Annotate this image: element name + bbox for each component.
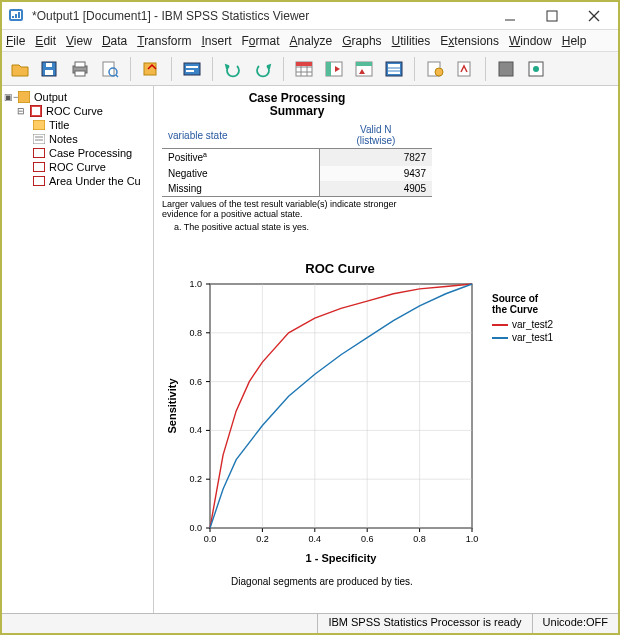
col-header: variable state xyxy=(162,122,320,149)
collapse-icon[interactable]: ▣− xyxy=(4,92,14,102)
tree-label: ROC Curve xyxy=(49,161,106,173)
tree-group[interactable]: ⊟ ROC Curve xyxy=(4,104,151,118)
menu-view[interactable]: View xyxy=(66,34,92,48)
svg-text:0.0: 0.0 xyxy=(189,523,202,533)
title-icon xyxy=(32,119,46,131)
svg-rect-45 xyxy=(33,120,45,130)
toolbar-divider xyxy=(130,57,131,81)
toolbar-divider xyxy=(485,57,486,81)
svg-rect-54 xyxy=(34,177,44,185)
svg-rect-27 xyxy=(296,62,312,66)
table-row: Missing4905 xyxy=(162,181,432,197)
svg-rect-2 xyxy=(12,16,14,18)
designate-window-icon[interactable] xyxy=(522,55,550,83)
menu-help[interactable]: Help xyxy=(562,34,587,48)
menu-transform[interactable]: Transform xyxy=(137,34,191,48)
goto-case-icon[interactable] xyxy=(320,55,348,83)
tree-label: Notes xyxy=(49,133,78,145)
tree-item-title[interactable]: Title xyxy=(4,118,151,132)
print-preview-icon[interactable] xyxy=(96,55,124,83)
svg-rect-42 xyxy=(18,91,30,103)
svg-rect-38 xyxy=(458,62,470,76)
svg-text:1.0: 1.0 xyxy=(189,279,202,289)
tree-item-roc[interactable]: ROC Curve xyxy=(4,160,151,174)
notes-icon xyxy=(32,133,46,145)
print-icon[interactable] xyxy=(66,55,94,83)
menu-utilities[interactable]: Utilities xyxy=(392,34,431,48)
legend-title: Source ofthe Curve xyxy=(492,293,553,315)
menubar: File Edit View Data Transform Insert For… xyxy=(2,30,618,52)
stop-icon[interactable] xyxy=(492,55,520,83)
select-last-icon[interactable] xyxy=(421,55,449,83)
collapse-icon[interactable]: ⊟ xyxy=(16,106,26,116)
menu-insert[interactable]: Insert xyxy=(201,34,231,48)
svg-text:0.2: 0.2 xyxy=(256,534,269,544)
menu-format[interactable]: Format xyxy=(242,34,280,48)
chart-footnote: Diagonal segments are produced by ties. xyxy=(162,576,482,587)
toolbar xyxy=(2,52,618,86)
cps-caption: Larger values of the test result variabl… xyxy=(162,200,432,220)
variables-icon[interactable] xyxy=(380,55,408,83)
menu-edit[interactable]: Edit xyxy=(35,34,56,48)
undo-icon[interactable] xyxy=(219,55,247,83)
save-icon[interactable] xyxy=(36,55,64,83)
content-pane[interactable]: Case ProcessingSummary variable state Va… xyxy=(154,86,618,613)
cps-table: variable state Valid N(listwise) Positiv… xyxy=(162,122,432,196)
svg-rect-46 xyxy=(33,134,45,144)
menu-analyze[interactable]: Analyze xyxy=(290,34,333,48)
tree-item-case-processing[interactable]: Case Processing xyxy=(4,146,151,160)
cps-footnote: a. The positive actual state is yes. xyxy=(162,223,432,233)
chart-icon xyxy=(32,161,46,173)
svg-text:0.8: 0.8 xyxy=(189,328,202,338)
svg-text:1 - Specificity: 1 - Specificity xyxy=(306,552,378,564)
open-icon[interactable] xyxy=(6,55,34,83)
svg-rect-55 xyxy=(210,284,472,528)
svg-rect-52 xyxy=(34,163,44,171)
goto-variable-icon[interactable] xyxy=(350,55,378,83)
svg-rect-19 xyxy=(184,63,200,75)
roc-chart-block: ROC Curve 0.00.20.40.60.81.00.00.20.40.6… xyxy=(162,261,610,587)
svg-rect-15 xyxy=(103,62,114,76)
toolbar-divider xyxy=(283,57,284,81)
svg-text:1.0: 1.0 xyxy=(466,534,479,544)
svg-rect-31 xyxy=(356,62,372,66)
menu-data[interactable]: Data xyxy=(102,34,127,48)
menu-extensions[interactable]: Extensions xyxy=(440,34,499,48)
svg-rect-20 xyxy=(186,66,198,68)
titlebar: *Output1 [Document1] - IBM SPSS Statisti… xyxy=(2,2,618,30)
case-processing-summary: Case ProcessingSummary variable state Va… xyxy=(162,92,432,233)
goto-data-icon[interactable] xyxy=(290,55,318,83)
tree-label: Output xyxy=(34,91,67,103)
close-button[interactable] xyxy=(576,4,612,28)
svg-rect-21 xyxy=(186,70,194,72)
svg-rect-3 xyxy=(15,14,17,18)
toolbar-divider xyxy=(414,57,415,81)
menu-file[interactable]: File xyxy=(6,34,25,48)
svg-text:Sensitivity: Sensitivity xyxy=(166,378,178,434)
tree-item-auc[interactable]: Area Under the Cu xyxy=(4,174,151,188)
redo-icon[interactable] xyxy=(249,55,277,83)
maximize-button[interactable] xyxy=(534,4,570,28)
tree-label: Title xyxy=(49,119,69,131)
tree-label: ROC Curve xyxy=(46,105,103,117)
tree-item-notes[interactable]: Notes xyxy=(4,132,151,146)
svg-point-41 xyxy=(533,66,539,72)
statusbar: IBM SPSS Statistics Processor is ready U… xyxy=(2,613,618,633)
svg-text:0.2: 0.2 xyxy=(189,475,202,485)
status-processor: IBM SPSS Statistics Processor is ready xyxy=(317,614,531,633)
associate-icon[interactable] xyxy=(451,55,479,83)
svg-text:0.0: 0.0 xyxy=(204,534,217,544)
outline-pane[interactable]: ▣− Output ⊟ ROC Curve Title Notes Case P… xyxy=(2,86,154,613)
table-row: Positivea7827 xyxy=(162,149,432,166)
tree-root[interactable]: ▣− Output xyxy=(4,90,151,104)
tree-label: Case Processing xyxy=(49,147,132,159)
chart-title: ROC Curve xyxy=(162,261,482,276)
minimize-button[interactable] xyxy=(492,4,528,28)
window-title: *Output1 [Document1] - IBM SPSS Statisti… xyxy=(32,9,486,23)
menu-window[interactable]: Window xyxy=(509,34,552,48)
export-icon[interactable] xyxy=(137,55,165,83)
output-icon xyxy=(17,91,31,103)
menu-graphs[interactable]: Graphs xyxy=(342,34,381,48)
dialog-recall-icon[interactable] xyxy=(178,55,206,83)
svg-rect-4 xyxy=(18,12,20,18)
